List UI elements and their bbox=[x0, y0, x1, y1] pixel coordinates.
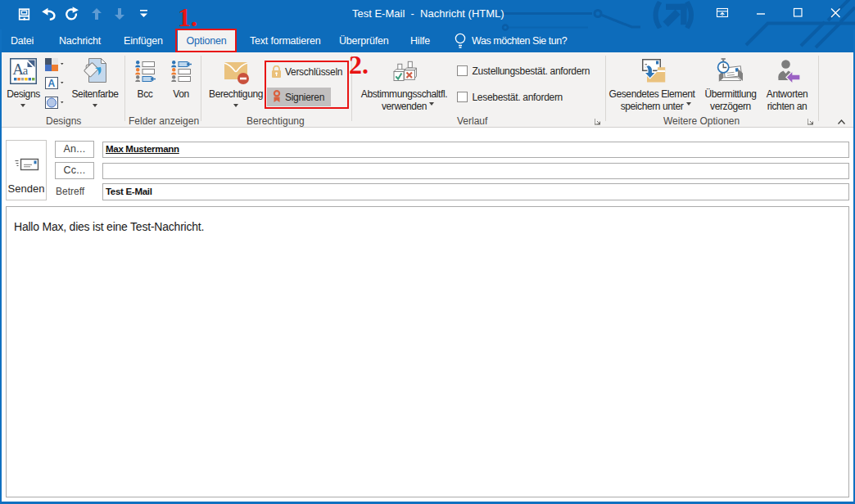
svg-text:a: a bbox=[23, 64, 29, 77]
svg-text:A: A bbox=[48, 78, 56, 89]
